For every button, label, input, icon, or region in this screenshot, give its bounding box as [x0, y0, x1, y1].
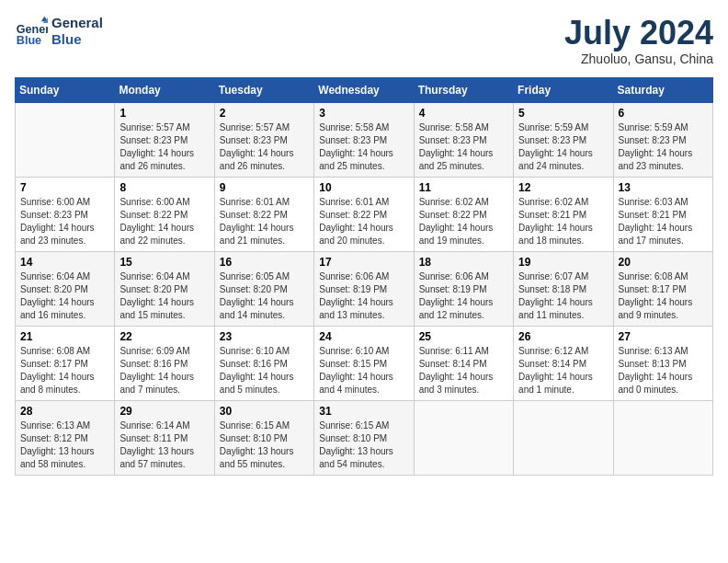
day-number: 2 [220, 107, 309, 120]
day-info: Sunrise: 6:04 AMSunset: 8:20 PMDaylight:… [20, 270, 109, 322]
day-info: Sunrise: 5:57 AMSunset: 8:23 PMDaylight:… [220, 121, 309, 173]
page-header: General Blue General Blue July 2024 Zhuo… [15, 15, 713, 66]
day-number: 31 [319, 405, 408, 418]
day-number: 3 [319, 107, 408, 120]
day-info: Sunrise: 6:03 AMSunset: 8:21 PMDaylight:… [619, 196, 708, 247]
weekday-header-wednesday: Wednesday [314, 77, 414, 102]
calendar-week-row: 1Sunrise: 5:57 AMSunset: 8:23 PMDaylight… [16, 102, 713, 177]
calendar-cell: 2Sunrise: 5:57 AMSunset: 8:23 PMDaylight… [214, 102, 313, 177]
calendar-cell: 4Sunrise: 5:58 AMSunset: 8:23 PMDaylight… [414, 102, 513, 177]
day-info: Sunrise: 5:59 AMSunset: 8:23 PMDaylight:… [619, 121, 708, 173]
calendar-cell: 9Sunrise: 6:01 AMSunset: 8:22 PMDaylight… [214, 177, 313, 251]
calendar-cell: 17Sunrise: 6:06 AMSunset: 8:19 PMDayligh… [314, 251, 414, 326]
weekday-header-friday: Friday [514, 77, 613, 102]
day-info: Sunrise: 6:06 AMSunset: 8:19 PMDaylight:… [419, 270, 508, 322]
day-number: 22 [119, 330, 209, 343]
calendar-cell: 11Sunrise: 6:02 AMSunset: 8:22 PMDayligh… [414, 177, 513, 251]
calendar-cell: 24Sunrise: 6:10 AMSunset: 8:15 PMDayligh… [314, 326, 414, 400]
calendar-cell: 20Sunrise: 6:08 AMSunset: 8:17 PMDayligh… [613, 251, 712, 326]
day-number: 12 [518, 181, 608, 194]
logo: General Blue General Blue [15, 15, 103, 48]
title-area: July 2024 Zhuoluo, Gansu, China [564, 15, 713, 66]
day-info: Sunrise: 5:57 AMSunset: 8:23 PMDaylight:… [119, 121, 209, 173]
svg-text:Blue: Blue [17, 34, 41, 47]
day-number: 21 [20, 330, 109, 343]
day-info: Sunrise: 6:09 AMSunset: 8:16 PMDaylight:… [119, 345, 209, 396]
day-number: 15 [119, 256, 209, 269]
day-info: Sunrise: 6:04 AMSunset: 8:20 PMDaylight:… [119, 270, 209, 322]
day-number: 24 [319, 330, 408, 343]
day-number: 25 [419, 330, 508, 343]
day-info: Sunrise: 6:02 AMSunset: 8:22 PMDaylight:… [419, 196, 508, 247]
day-info: Sunrise: 6:02 AMSunset: 8:21 PMDaylight:… [518, 196, 608, 247]
day-info: Sunrise: 6:08 AMSunset: 8:17 PMDaylight:… [619, 270, 708, 322]
day-info: Sunrise: 6:13 AMSunset: 8:13 PMDaylight:… [619, 345, 708, 396]
calendar-cell: 18Sunrise: 6:06 AMSunset: 8:19 PMDayligh… [414, 251, 513, 326]
day-info: Sunrise: 6:10 AMSunset: 8:15 PMDaylight:… [319, 345, 408, 396]
weekday-header-row: SundayMondayTuesdayWednesdayThursdayFrid… [16, 77, 713, 102]
day-info: Sunrise: 6:10 AMSunset: 8:16 PMDaylight:… [220, 345, 309, 396]
logo-line1: General [51, 15, 103, 31]
calendar-cell [16, 102, 115, 177]
day-number: 13 [619, 181, 708, 194]
weekday-header-monday: Monday [115, 77, 214, 102]
calendar-week-row: 28Sunrise: 6:13 AMSunset: 8:12 PMDayligh… [16, 400, 713, 475]
day-info: Sunrise: 6:13 AMSunset: 8:12 PMDaylight:… [20, 419, 109, 471]
day-number: 6 [619, 107, 708, 120]
calendar-cell: 1Sunrise: 5:57 AMSunset: 8:23 PMDaylight… [115, 102, 214, 177]
logo-icon: General Blue [15, 15, 48, 48]
calendar-cell [414, 400, 513, 475]
day-number: 29 [119, 405, 209, 418]
day-info: Sunrise: 6:15 AMSunset: 8:10 PMDaylight:… [319, 419, 408, 471]
calendar-cell: 10Sunrise: 6:01 AMSunset: 8:22 PMDayligh… [314, 177, 414, 251]
calendar-cell: 22Sunrise: 6:09 AMSunset: 8:16 PMDayligh… [115, 326, 214, 400]
day-number: 28 [20, 405, 109, 418]
calendar-cell: 14Sunrise: 6:04 AMSunset: 8:20 PMDayligh… [16, 251, 115, 326]
day-number: 4 [419, 107, 508, 120]
day-info: Sunrise: 5:58 AMSunset: 8:23 PMDaylight:… [419, 121, 508, 173]
day-info: Sunrise: 6:00 AMSunset: 8:23 PMDaylight:… [20, 196, 109, 247]
calendar-cell: 13Sunrise: 6:03 AMSunset: 8:21 PMDayligh… [613, 177, 712, 251]
day-number: 27 [619, 330, 708, 343]
weekday-header-tuesday: Tuesday [214, 77, 313, 102]
calendar-cell: 19Sunrise: 6:07 AMSunset: 8:18 PMDayligh… [514, 251, 613, 326]
day-info: Sunrise: 5:59 AMSunset: 8:23 PMDaylight:… [518, 121, 608, 173]
day-number: 1 [119, 107, 209, 120]
day-info: Sunrise: 6:01 AMSunset: 8:22 PMDaylight:… [319, 196, 408, 247]
day-number: 8 [119, 181, 209, 194]
day-number: 26 [518, 330, 608, 343]
day-info: Sunrise: 6:01 AMSunset: 8:22 PMDaylight:… [220, 196, 309, 247]
calendar-cell: 30Sunrise: 6:15 AMSunset: 8:10 PMDayligh… [214, 400, 313, 475]
day-info: Sunrise: 6:11 AMSunset: 8:14 PMDaylight:… [419, 345, 508, 396]
calendar-cell: 6Sunrise: 5:59 AMSunset: 8:23 PMDaylight… [613, 102, 712, 177]
day-info: Sunrise: 6:07 AMSunset: 8:18 PMDaylight:… [518, 270, 608, 322]
day-number: 11 [419, 181, 508, 194]
day-info: Sunrise: 6:12 AMSunset: 8:14 PMDaylight:… [518, 345, 608, 396]
calendar-cell: 31Sunrise: 6:15 AMSunset: 8:10 PMDayligh… [314, 400, 414, 475]
weekday-header-thursday: Thursday [414, 77, 513, 102]
day-info: Sunrise: 5:58 AMSunset: 8:23 PMDaylight:… [319, 121, 408, 173]
calendar-cell: 5Sunrise: 5:59 AMSunset: 8:23 PMDaylight… [514, 102, 613, 177]
calendar-cell: 29Sunrise: 6:14 AMSunset: 8:11 PMDayligh… [115, 400, 214, 475]
calendar-week-row: 7Sunrise: 6:00 AMSunset: 8:23 PMDaylight… [16, 177, 713, 251]
logo-line2: Blue [51, 31, 103, 48]
day-number: 17 [319, 256, 408, 269]
calendar-cell: 12Sunrise: 6:02 AMSunset: 8:21 PMDayligh… [514, 177, 613, 251]
calendar-cell: 26Sunrise: 6:12 AMSunset: 8:14 PMDayligh… [514, 326, 613, 400]
weekday-header-saturday: Saturday [613, 77, 712, 102]
calendar-cell: 7Sunrise: 6:00 AMSunset: 8:23 PMDaylight… [16, 177, 115, 251]
day-info: Sunrise: 6:14 AMSunset: 8:11 PMDaylight:… [119, 419, 209, 471]
calendar-cell: 3Sunrise: 5:58 AMSunset: 8:23 PMDaylight… [314, 102, 414, 177]
day-number: 18 [419, 256, 508, 269]
day-number: 19 [518, 256, 608, 269]
calendar-cell [613, 400, 712, 475]
day-info: Sunrise: 6:05 AMSunset: 8:20 PMDaylight:… [220, 270, 309, 322]
day-info: Sunrise: 6:00 AMSunset: 8:22 PMDaylight:… [119, 196, 209, 247]
weekday-header-sunday: Sunday [16, 77, 115, 102]
calendar-cell: 21Sunrise: 6:08 AMSunset: 8:17 PMDayligh… [16, 326, 115, 400]
location-subtitle: Zhuoluo, Gansu, China [564, 52, 713, 66]
calendar-cell [514, 400, 613, 475]
day-info: Sunrise: 6:06 AMSunset: 8:19 PMDaylight:… [319, 270, 408, 322]
calendar-cell: 28Sunrise: 6:13 AMSunset: 8:12 PMDayligh… [16, 400, 115, 475]
day-number: 20 [619, 256, 708, 269]
